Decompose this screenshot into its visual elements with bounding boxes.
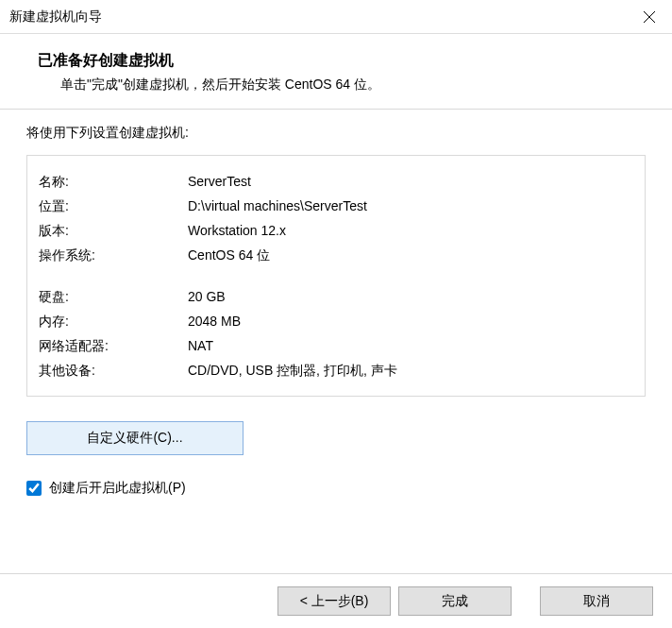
summary-label: 内存: <box>39 309 188 333</box>
summary-row: 内存: 2048 MB <box>39 309 633 333</box>
summary-label: 硬盘: <box>39 284 188 309</box>
summary-row: 硬盘: 20 GB <box>39 284 633 309</box>
back-button[interactable]: < 上一步(B) <box>277 586 391 616</box>
summary-value: D:\virtual machines\ServerTest <box>188 194 367 218</box>
summary-value: CentOS 64 位 <box>188 243 270 267</box>
summary-label: 网络适配器: <box>39 333 188 358</box>
power-on-label: 创建后开启此虚拟机(P) <box>49 480 186 497</box>
finish-button[interactable]: 完成 <box>398 586 512 616</box>
summary-label: 其他设备: <box>39 358 188 382</box>
content-area: 将使用下列设置创建虚拟机: 名称: ServerTest 位置: D:\virt… <box>0 110 672 506</box>
summary-row: 网络适配器: NAT <box>39 333 633 358</box>
summary-value: NAT <box>188 333 213 358</box>
wizard-footer: < 上一步(B) 完成 取消 <box>0 573 672 628</box>
summary-row: 其他设备: CD/DVD, USB 控制器, 打印机, 声卡 <box>39 358 633 382</box>
power-on-checkbox-row[interactable]: 创建后开启此虚拟机(P) <box>26 480 646 497</box>
summary-value: ServerTest <box>188 169 251 194</box>
summary-label: 名称: <box>39 169 188 194</box>
page-title: 已准备好创建虚拟机 <box>38 51 653 71</box>
titlebar: 新建虚拟机向导 <box>0 0 672 34</box>
power-on-checkbox[interactable] <box>26 481 42 496</box>
wizard-header: 已准备好创建虚拟机 单击"完成"创建虚拟机，然后开始安装 CentOS 64 位… <box>0 34 672 109</box>
window-title: 新建虚拟机向导 <box>9 8 102 25</box>
customize-hardware-button[interactable]: 自定义硬件(C)... <box>26 421 244 455</box>
summary-value: 2048 MB <box>188 309 241 333</box>
summary-value: CD/DVD, USB 控制器, 打印机, 声卡 <box>188 358 397 382</box>
summary-row: 版本: Workstation 12.x <box>39 218 633 243</box>
summary-label: 位置: <box>39 194 188 218</box>
summary-label: 操作系统: <box>39 243 188 267</box>
summary-value: Workstation 12.x <box>188 218 286 243</box>
summary-row: 名称: ServerTest <box>39 169 633 194</box>
intro-text: 将使用下列设置创建虚拟机: <box>26 125 646 142</box>
summary-label: 版本: <box>39 218 188 243</box>
summary-row: 操作系统: CentOS 64 位 <box>39 243 633 267</box>
summary-row: 位置: D:\virtual machines\ServerTest <box>39 194 633 218</box>
page-subtitle: 单击"完成"创建虚拟机，然后开始安装 CentOS 64 位。 <box>38 76 653 93</box>
summary-value: 20 GB <box>188 284 226 309</box>
close-icon <box>643 10 656 24</box>
cancel-button[interactable]: 取消 <box>540 586 653 616</box>
settings-summary-box: 名称: ServerTest 位置: D:\virtual machines\S… <box>26 155 646 397</box>
close-button[interactable] <box>627 0 672 34</box>
